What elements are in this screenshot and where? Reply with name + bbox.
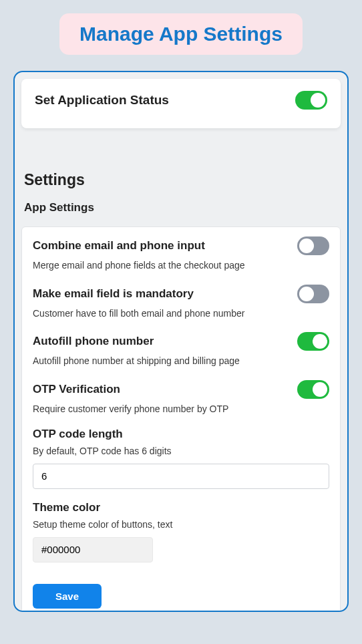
combine-input-desc: Merge email and phone fields at the chec…: [33, 259, 329, 273]
otp-length-desc: By default, OTP code has 6 digits: [33, 445, 329, 458]
toggle-knob: [311, 93, 325, 108]
toggle-knob: [299, 287, 314, 301]
otp-length-setting: OTP code length By default, OTP code has…: [33, 428, 329, 489]
autofill-phone-setting: Autofill phone number Autofill phone num…: [33, 332, 329, 368]
toggle-knob: [299, 238, 314, 253]
page-title: Manage App Settings: [79, 23, 283, 45]
application-status-label: Set Application Status: [35, 93, 169, 108]
otp-verification-label: OTP Verification: [33, 383, 120, 396]
page-header: Manage App Settings: [59, 13, 303, 55]
mandatory-email-setting: Make email field is mandatory Customer h…: [33, 285, 329, 321]
application-status-toggle[interactable]: [295, 91, 327, 110]
combine-input-setting: Combine email and phone input Merge emai…: [33, 236, 329, 273]
autofill-phone-desc: Autofill phone number at shipping and bi…: [33, 355, 329, 368]
otp-length-label: OTP code length: [33, 428, 329, 441]
otp-verification-desc: Require customer verify phone number by …: [33, 403, 329, 416]
main-panel: Set Application Status Settings App Sett…: [13, 71, 349, 612]
autofill-phone-toggle[interactable]: [297, 332, 329, 351]
application-status-card: Set Application Status: [21, 79, 341, 128]
mandatory-email-desc: Customer have to fill both email and pho…: [33, 307, 329, 321]
otp-verification-setting: OTP Verification Require customer verify…: [33, 380, 329, 416]
settings-card: Combine email and phone input Merge emai…: [21, 226, 341, 612]
mandatory-email-toggle[interactable]: [297, 285, 329, 303]
otp-length-input[interactable]: [33, 464, 329, 489]
theme-color-setting: Theme color Setup theme color of buttons…: [33, 501, 329, 562]
theme-color-input[interactable]: [33, 537, 153, 562]
mandatory-email-label: Make email field is mandatory: [33, 287, 194, 301]
save-button[interactable]: Save: [33, 584, 102, 609]
combine-input-toggle[interactable]: [297, 236, 329, 255]
settings-heading: Settings: [24, 171, 341, 189]
otp-verification-toggle[interactable]: [297, 380, 329, 399]
theme-color-label: Theme color: [33, 501, 329, 514]
combine-input-label: Combine email and phone input: [33, 239, 205, 253]
theme-color-desc: Setup theme color of buttons, text: [33, 518, 329, 532]
toggle-knob: [313, 382, 327, 397]
autofill-phone-label: Autofill phone number: [33, 335, 154, 348]
app-settings-heading: App Settings: [24, 201, 341, 214]
toggle-knob: [313, 334, 327, 349]
